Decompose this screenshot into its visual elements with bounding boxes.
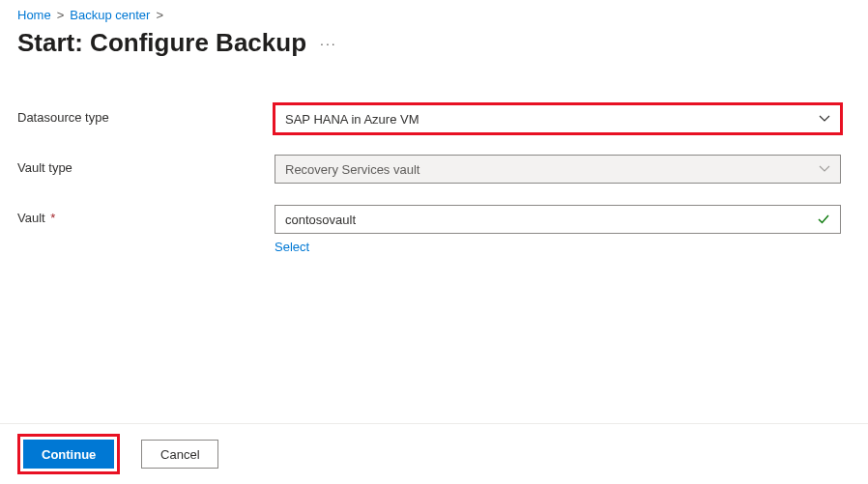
required-asterisk: * [50,211,55,225]
field-datasource-type: Datasource type SAP HANA in Azure VM [17,104,851,133]
checkmark-icon [817,213,830,226]
input-vault-value: contosovault [285,213,356,227]
select-datasource-type[interactable]: SAP HANA in Azure VM [275,104,841,133]
page-title: Start: Configure Backup [17,28,306,58]
field-vault: Vault * contosovault Select [17,205,851,254]
breadcrumb-home[interactable]: Home [17,8,51,22]
select-datasource-value: SAP HANA in Azure VM [285,112,420,127]
breadcrumb: Home > Backup center > [17,8,851,22]
more-actions-button[interactable]: ··· [320,36,337,51]
title-row: Start: Configure Backup ··· [17,28,851,58]
breadcrumb-sep-1: > [57,8,65,22]
continue-button[interactable]: Continue [23,440,114,469]
chevron-down-icon [819,163,830,175]
label-vault-text: Vault [17,211,45,225]
input-vault[interactable]: contosovault [275,205,841,234]
breadcrumb-sep-2: > [156,8,163,22]
chevron-down-icon [819,113,830,125]
breadcrumb-backup-center[interactable]: Backup center [70,8,150,22]
select-vault-link[interactable]: Select [275,240,309,254]
label-datasource-type: Datasource type [17,104,275,125]
field-vault-type: Vault type Recovery Services vault [17,155,851,184]
select-vault-type: Recovery Services vault [275,155,841,184]
footer-bar: Continue Cancel [0,423,868,484]
continue-highlight-box: Continue [17,434,120,474]
label-vault: Vault * [17,205,275,225]
label-vault-type: Vault type [17,155,275,175]
cancel-button[interactable]: Cancel [141,440,218,469]
select-vault-type-value: Recovery Services vault [285,162,420,177]
